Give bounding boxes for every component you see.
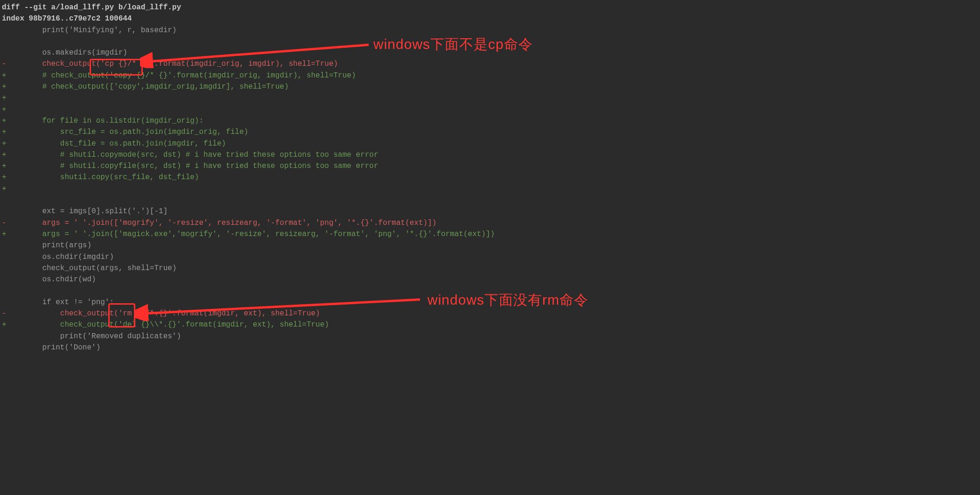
- diff-body: diff --git a/load_llff.py b/load_llff.py…: [0, 0, 495, 353]
- diff-header-file: diff --git a/load_llff.py b/load_llff.py: [0, 2, 495, 13]
- diff-line: - check_output('rm {}/*.{}'.format(imgdi…: [0, 308, 495, 319]
- annotation-rm: windows下面没有rm命令: [427, 292, 588, 308]
- diff-line: [0, 285, 495, 296]
- diff-line: print('Done'): [0, 342, 495, 353]
- diff-line: + shutil.copy(src_file, dst_file): [0, 172, 495, 183]
- diff-line: + # shutil.copyfile(src, dst) # i have t…: [0, 160, 495, 172]
- diff-line: + args = ' '.join(['magick.exe','mogrify…: [0, 229, 495, 240]
- diff-line: check_output(args, shell=True): [0, 263, 495, 274]
- diff-line: - args = ' '.join(['mogrify', '-resize',…: [0, 217, 495, 229]
- diff-line: print('Minifying', r, basedir): [0, 25, 495, 36]
- diff-line: + # check_output('copy {}/* {}'.format(i…: [0, 70, 495, 81]
- diff-line: + # shutil.copymode(src, dst) # i have t…: [0, 149, 495, 160]
- diff-line: print(args): [0, 240, 495, 251]
- diff-line: if ext != 'png':: [0, 297, 495, 308]
- diff-line: print('Removed duplicates'): [0, 331, 495, 342]
- diff-line: +: [0, 183, 495, 195]
- annotation-cp: windows下面不是cp命令: [373, 36, 533, 52]
- diff-line: +: [0, 92, 495, 104]
- diff-line: + check_output('del {}\\*.{}'.format(img…: [0, 319, 495, 330]
- diff-line: + # check_output(['copy',imgdir_orig,img…: [0, 81, 495, 92]
- diff-line: ext = imgs[0].split('.')[-1]: [0, 206, 495, 217]
- diff-header-index: index 98b7916..c79e7c2 100644: [0, 13, 495, 24]
- diff-line: + dst_file = os.path.join(imgdir, file): [0, 138, 495, 149]
- diff-line: +: [0, 104, 495, 115]
- diff-line: os.chdir(imgdir): [0, 251, 495, 263]
- diff-line: + for file in os.listdir(imgdir_orig):: [0, 115, 495, 126]
- diff-line: os.chdir(wd): [0, 274, 495, 285]
- diff-line: [0, 195, 495, 206]
- diff-line: + src_file = os.path.join(imgdir_orig, f…: [0, 126, 495, 138]
- diff-line: - check_output('cp {}/* {}'.format(imgdi…: [0, 58, 495, 70]
- diff-canvas: diff --git a/load_llff.py b/load_llff.py…: [0, 0, 980, 495]
